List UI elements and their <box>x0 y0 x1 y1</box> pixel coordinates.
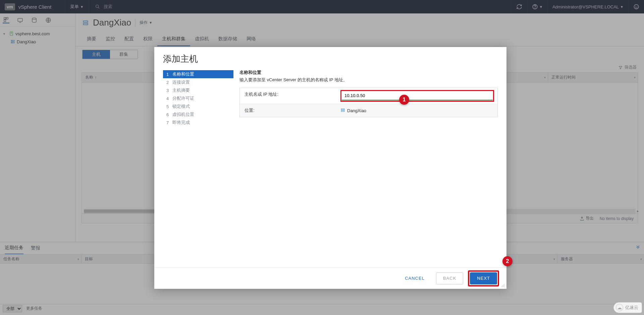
annotation-highlight-1 <box>340 90 494 102</box>
step-name-location[interactable]: 1名称和位置 <box>163 70 233 78</box>
annotation-callout-2: 2 <box>502 256 513 266</box>
step-connection[interactable]: 2连接设置 <box>163 78 233 86</box>
svg-rect-23 <box>341 108 344 109</box>
hostname-label: 主机名或 IP 地址: <box>240 88 337 104</box>
modal-title: 添加主机 <box>154 47 506 70</box>
annotation-callout-1: 1 <box>399 95 409 105</box>
step-host-summary[interactable]: 3主机摘要 <box>163 86 233 94</box>
location-text: DangXiao <box>347 108 366 113</box>
location-value: DangXiao <box>337 104 497 117</box>
cancel-button[interactable]: CANCEL <box>398 272 431 284</box>
back-button[interactable]: BACK <box>436 272 463 284</box>
step-label: 名称和位置 <box>172 71 194 77</box>
location-label: 位置: <box>240 104 337 117</box>
annotation-highlight-2: NEXT <box>468 270 499 286</box>
resize-handle-icon[interactable] <box>501 283 506 288</box>
form-table: 主机名或 IP 地址: 位置: DangXiao <box>239 88 498 117</box>
add-host-modal: 添加主机 1名称和位置 2连接设置 3主机摘要 4分配许可证 5锁定模式 6虚拟… <box>154 47 506 289</box>
step-vm-location[interactable]: 6虚拟机位置 <box>163 110 233 119</box>
step-lockdown[interactable]: 5锁定模式 <box>163 102 233 110</box>
section-description: 输入要添加至 vCenter Server 的主机的名称或 IP 地址。 <box>239 77 498 83</box>
next-button[interactable]: NEXT <box>470 272 497 284</box>
step-label: 主机摘要 <box>172 87 190 93</box>
section-title: 名称和位置 <box>239 70 498 76</box>
step-label: 分配许可证 <box>172 95 194 101</box>
watermark-icon: ☁ <box>616 304 623 311</box>
row-hostname: 主机名或 IP 地址: <box>240 88 497 104</box>
step-label: 即将完成 <box>172 120 190 126</box>
datacenter-icon <box>340 108 345 114</box>
hostname-input[interactable] <box>342 91 493 100</box>
watermark-text: 亿速云 <box>625 305 638 311</box>
step-ready[interactable]: 7即将完成 <box>163 119 233 127</box>
step-label: 锁定模式 <box>172 103 190 109</box>
step-label: 连接设置 <box>172 79 190 85</box>
row-location: 位置: DangXiao <box>240 104 497 117</box>
step-license[interactable]: 4分配许可证 <box>163 94 233 102</box>
wizard-steps: 1名称和位置 2连接设置 3主机摘要 4分配许可证 5锁定模式 6虚拟机位置 7… <box>163 70 233 267</box>
watermark: ☁ 亿速云 <box>613 302 642 313</box>
step-label: 虚拟机位置 <box>172 111 194 118</box>
svg-rect-24 <box>341 110 344 111</box>
wizard-form: 名称和位置 输入要添加至 vCenter Server 的主机的名称或 IP 地… <box>233 70 498 267</box>
modal-footer: CANCEL BACK NEXT <box>154 267 506 289</box>
